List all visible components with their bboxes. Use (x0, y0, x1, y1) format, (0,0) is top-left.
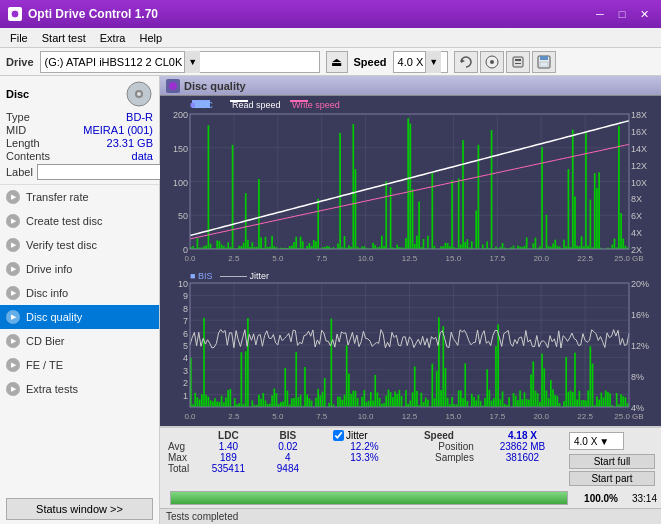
title-bar: Opti Drive Control 1.70 ─ □ ✕ (0, 0, 661, 28)
top-chart (160, 96, 661, 267)
max-bis: 4 (263, 452, 313, 463)
app-icon (8, 7, 22, 21)
transfer-rate-label: Transfer rate (26, 191, 89, 203)
transfer-rate-icon: ▶ (6, 190, 20, 204)
progress-fill (171, 492, 567, 504)
maximize-button[interactable]: □ (613, 6, 631, 22)
sidebar-item-create-test-disc[interactable]: ▶ Create test disc (0, 209, 159, 233)
eject-button[interactable]: ⏏ (326, 51, 348, 73)
nav-items: ▶ Transfer rate ▶ Create test disc ▶ Ver… (0, 185, 159, 494)
drive-label: Drive (6, 56, 34, 68)
speed-dropdown[interactable]: 4.0 X ▼ (569, 432, 624, 450)
action-buttons: 4.0 X ▼ Start full Start part (567, 430, 657, 488)
title-bar-controls: ─ □ ✕ (591, 6, 653, 22)
avg-ldc: 1.40 (194, 441, 263, 452)
disc-contents-value: data (132, 150, 153, 162)
speed-dropdown-arrow: ▼ (599, 436, 609, 447)
fe-te-label: FE / TE (26, 359, 63, 371)
disc-info-icon: ▶ (6, 286, 20, 300)
speed-dropdown-value: 4.0 X (574, 436, 597, 447)
disc-label-row: Label ✎ (6, 164, 153, 180)
right-panel: Disc quality LDC BIS (160, 76, 661, 524)
sidebar-item-drive-info[interactable]: ▶ Drive info (0, 257, 159, 281)
progress-percent: 100.0% (578, 493, 618, 504)
stats-table: LDC BIS Jitter Speed 4.18 X (164, 430, 567, 474)
disc-quality-title: Disc quality (184, 80, 246, 92)
cd-bier-icon: ▶ (6, 334, 20, 348)
speed-selector[interactable]: 4.0 X ▼ (393, 51, 448, 73)
menu-start-test[interactable]: Start test (36, 31, 92, 45)
disc-title: Disc (6, 88, 29, 100)
jitter-checkbox-cell[interactable]: Jitter (329, 430, 400, 441)
main-content: Disc Type BD-R MID MEIRA1 (001) Length 2… (0, 76, 661, 524)
status-bar: Tests completed (160, 508, 661, 524)
total-bis: 9484 (263, 463, 313, 474)
svg-point-3 (490, 60, 494, 64)
menu-file[interactable]: File (4, 31, 34, 45)
bottom-chart (160, 267, 661, 425)
sidebar-item-disc-quality[interactable]: ▶ Disc quality (0, 305, 159, 329)
speed-dropdown-arrow[interactable]: ▼ (425, 51, 441, 73)
speed-value: 4.0 X (398, 56, 424, 68)
avg-bis: 0.02 (263, 441, 313, 452)
svg-rect-8 (540, 56, 548, 60)
samples-value: 381602 (478, 452, 567, 463)
position-label: Position (400, 441, 478, 452)
svg-marker-1 (461, 59, 465, 63)
settings-button[interactable] (506, 51, 530, 73)
svg-rect-9 (540, 62, 548, 67)
sidebar-item-disc-info[interactable]: ▶ Disc info (0, 281, 159, 305)
jitter-checkbox[interactable] (333, 430, 344, 441)
drive-selector[interactable]: (G:) ATAPI iHBS112 2 CL0K ▼ (40, 51, 320, 73)
disc-type-value: BD-R (126, 111, 153, 123)
create-test-disc-icon: ▶ (6, 214, 20, 228)
disc-type-row: Type BD-R (6, 111, 153, 123)
disc-label-input[interactable] (37, 164, 166, 180)
drive-toolbar: Drive (G:) ATAPI iHBS112 2 CL0K ▼ ⏏ Spee… (0, 48, 661, 76)
create-test-disc-label: Create test disc (26, 215, 102, 227)
start-part-button[interactable]: Start part (569, 471, 655, 486)
bis-header: BIS (263, 430, 313, 441)
disc-button[interactable] (480, 51, 504, 73)
start-full-button[interactable]: Start full (569, 454, 655, 469)
close-button[interactable]: ✕ (635, 6, 653, 22)
disc-type-label: Type (6, 111, 30, 123)
drive-dropdown-arrow[interactable]: ▼ (184, 51, 200, 73)
ldc-header: LDC (194, 430, 263, 441)
extra-tests-label: Extra tests (26, 383, 78, 395)
minimize-button[interactable]: ─ (591, 6, 609, 22)
refresh-button[interactable] (454, 51, 478, 73)
drive-info-icon: ▶ (6, 262, 20, 276)
save-button[interactable] (532, 51, 556, 73)
fe-te-icon: ▶ (6, 358, 20, 372)
max-ldc: 189 (194, 452, 263, 463)
disc-length-label: Length (6, 137, 40, 149)
verify-test-disc-icon: ▶ (6, 238, 20, 252)
disc-quality-header: Disc quality (160, 76, 661, 96)
verify-test-disc-label: Verify test disc (26, 239, 97, 251)
total-label: Total (164, 463, 194, 474)
disc-mid-row: MID MEIRA1 (001) (6, 124, 153, 136)
drive-info-label: Drive info (26, 263, 72, 275)
sidebar-item-cd-bier[interactable]: ▶ CD Bier (0, 329, 159, 353)
speed-dropdown-row: 4.0 X ▼ (569, 432, 655, 450)
cd-bier-label: CD Bier (26, 335, 65, 347)
toolbar-icons (454, 51, 556, 73)
disc-header: Disc (6, 80, 153, 108)
svg-rect-5 (515, 59, 521, 61)
sidebar-item-extra-tests[interactable]: ▶ Extra tests (0, 377, 159, 401)
menu-extra[interactable]: Extra (94, 31, 132, 45)
title-bar-left: Opti Drive Control 1.70 (8, 7, 158, 21)
status-window-button[interactable]: Status window >> (6, 498, 153, 520)
speed-label: Speed (354, 56, 387, 68)
sidebar-item-verify-test-disc[interactable]: ▶ Verify test disc (0, 233, 159, 257)
svg-point-12 (137, 92, 141, 96)
speed-current: 4.18 X (478, 430, 567, 441)
svg-rect-6 (515, 63, 521, 64)
sidebar-item-transfer-rate[interactable]: ▶ Transfer rate (0, 185, 159, 209)
progress-row: 100.0% 33:14 (160, 488, 661, 508)
app-title: Opti Drive Control 1.70 (28, 7, 158, 21)
menu-help[interactable]: Help (133, 31, 168, 45)
stats-table-container: LDC BIS Jitter Speed 4.18 X (164, 430, 567, 488)
sidebar-item-fe-te[interactable]: ▶ FE / TE (0, 353, 159, 377)
